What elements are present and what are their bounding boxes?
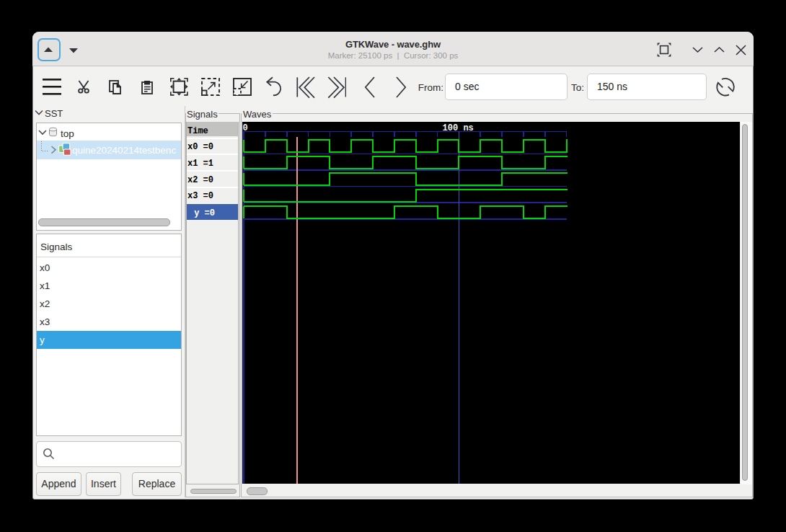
svg-text:100 ns: 100 ns: [443, 123, 474, 133]
svg-text:0: 0: [243, 123, 248, 133]
